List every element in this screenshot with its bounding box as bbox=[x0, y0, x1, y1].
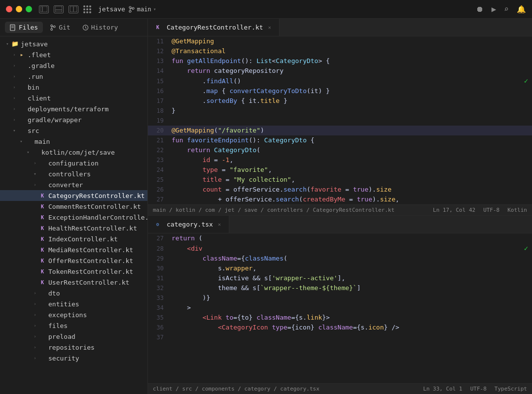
svg-point-7 bbox=[129, 10, 131, 12]
chevron-right-icon: › bbox=[11, 73, 18, 80]
tab-category-tsx[interactable]: ⚙ category.tsx ✕ bbox=[148, 216, 229, 233]
editor-area: K CategoryRestController.kt ✕ 11 @GetMap… bbox=[148, 19, 532, 394]
close-button[interactable] bbox=[6, 6, 12, 12]
branch-selector[interactable]: main ▾ bbox=[128, 6, 156, 13]
tree-item-files[interactable]: › files bbox=[0, 320, 147, 331]
folder-icon bbox=[38, 289, 46, 297]
folder-icon bbox=[25, 137, 33, 145]
tree-item-kotlin[interactable]: ▾ kotlin/com/jet/save bbox=[0, 147, 147, 158]
sidebar-tabs: Files Git History bbox=[0, 19, 147, 36]
tree-item-src[interactable]: ▾ src bbox=[0, 125, 147, 136]
record-icon[interactable]: ⏺ bbox=[476, 4, 484, 14]
tree-item-comment-rest-controller[interactable]: K CommentRestController.kt bbox=[0, 201, 147, 212]
tree-item-user-rest-controller[interactable]: K UserRestController.kt bbox=[0, 277, 147, 288]
code-line: 25 title = "My collection", bbox=[148, 175, 532, 185]
code-line: 12 @Transactional bbox=[148, 46, 532, 56]
tree-item-run[interactable]: › .run bbox=[0, 71, 147, 82]
folder-icon bbox=[18, 127, 26, 134]
tree-item-fleet[interactable]: › ▸ .fleet bbox=[0, 49, 147, 60]
code-table-1: 11 @GetMapping 12 @Transactional 13 bbox=[148, 36, 532, 204]
kotlin-file-icon: K bbox=[38, 278, 46, 286]
kotlin-file-icon: K bbox=[38, 246, 46, 254]
code-area-1[interactable]: 11 @GetMapping 12 @Transactional 13 bbox=[148, 36, 532, 204]
search-icon[interactable]: ⌕ bbox=[504, 4, 509, 14]
svg-point-15 bbox=[51, 28, 53, 30]
minimize-button[interactable] bbox=[16, 6, 22, 12]
code-line: 13 fun getAllEndpoint(): List<CategoryDt… bbox=[148, 56, 532, 66]
run-icon[interactable]: ▶ bbox=[492, 4, 497, 14]
notifications-icon[interactable]: 🔔 bbox=[517, 5, 526, 14]
tree-item-exception-handler[interactable]: K ExceptionHandlerControlle.kt bbox=[0, 212, 147, 223]
tree-item-exceptions[interactable]: › exceptions bbox=[0, 309, 147, 320]
chevron-right-icon: › bbox=[11, 105, 18, 112]
tree-item-bin[interactable]: › bin bbox=[0, 82, 147, 93]
chevron-right-icon: › bbox=[11, 95, 18, 101]
history-icon bbox=[82, 24, 89, 31]
tree-item-health-rest-controller[interactable]: K HealthRestController.kt bbox=[0, 223, 147, 233]
sidebar-tab-files[interactable]: Files bbox=[5, 22, 43, 33]
code-table-2: 27 return ( 28 <div ✓ 29 bbox=[148, 233, 532, 342]
maximize-button[interactable] bbox=[26, 6, 32, 12]
chevron-down-icon: ▾ bbox=[11, 127, 18, 134]
breadcrumb-2: client / src / components / category / c… bbox=[153, 386, 420, 392]
tree-item-security[interactable]: › security bbox=[0, 353, 147, 363]
tree-item-main[interactable]: ▾ main bbox=[0, 136, 147, 147]
kotlin-file-icon: K bbox=[38, 267, 46, 275]
tree-item-category-rest-controller[interactable]: K CategoryRestController.kt bbox=[0, 190, 147, 201]
kotlin-file-icon: K bbox=[38, 224, 46, 232]
tree-item-converter[interactable]: › converter bbox=[0, 179, 147, 190]
tree-item-index-controller[interactable]: K IndexController.kt bbox=[0, 233, 147, 244]
sidebar-tab-git[interactable]: Git bbox=[45, 22, 75, 33]
sidebar-toggle-icon[interactable] bbox=[39, 5, 49, 13]
tree-item-deployments[interactable]: › deployments/terraform bbox=[0, 103, 147, 114]
code-line: 27 + offerService.search(createdByMe = t… bbox=[148, 195, 532, 204]
folder-icon bbox=[38, 181, 46, 189]
status-right-2: Ln 33, Col 1 UTF-8 TypeScript bbox=[423, 386, 527, 392]
tree-item-gradle[interactable]: › .gradle bbox=[0, 60, 147, 71]
folder-icon bbox=[18, 116, 26, 124]
panel-toggle-icon[interactable] bbox=[54, 5, 64, 13]
code-line: 30 s.wrapper, bbox=[148, 263, 532, 273]
tree-item-repositories[interactable]: › repositories bbox=[0, 342, 147, 353]
code-scroll-1[interactable]: 11 @GetMapping 12 @Transactional 13 bbox=[148, 36, 532, 204]
tree-item-token-rest-controller[interactable]: K TokenRestController.kt bbox=[0, 266, 147, 277]
folder-icon bbox=[38, 354, 46, 362]
app-name: jetsave bbox=[98, 5, 125, 13]
sidebar-tab-history[interactable]: History bbox=[77, 22, 123, 33]
chevron-right-icon: › bbox=[32, 333, 38, 340]
code-area-2[interactable]: 27 return ( 28 <div ✓ 29 bbox=[148, 233, 532, 383]
tree-item-preload[interactable]: › preload bbox=[0, 331, 147, 342]
tab-close-button[interactable]: ✕ bbox=[266, 24, 273, 31]
tree-item-entities[interactable]: › entities bbox=[0, 298, 147, 309]
main-layout: Files Git History ▾ 📁 jetsave › ▸ .f bbox=[0, 19, 532, 394]
tab-category-rest-controller[interactable]: K CategoryRestController.kt ✕ bbox=[148, 19, 280, 36]
tree-item-client[interactable]: › client bbox=[0, 93, 147, 103]
code-scroll-2[interactable]: 27 return ( 28 <div ✓ 29 bbox=[148, 233, 532, 383]
tree-item-media-rest-controller[interactable]: K MediaRestController.kt bbox=[0, 244, 147, 255]
grid-icon[interactable] bbox=[83, 5, 91, 13]
tree-item-configuration[interactable]: › configuration bbox=[0, 158, 147, 168]
files-icon bbox=[10, 24, 16, 31]
editor-pane-2: ⚙ category.tsx ✕ 27 return ( bbox=[148, 216, 532, 394]
split-toggle-icon[interactable] bbox=[69, 5, 78, 13]
code-line: 32 theme && s[`wrapper--theme-${theme}`] bbox=[148, 283, 532, 293]
code-line: 14 return categoryRepository bbox=[148, 66, 532, 76]
code-line-highlighted: 20 @GetMapping("/favorite") bbox=[148, 126, 532, 135]
chevron-right-icon: › bbox=[32, 311, 38, 318]
code-line: 28 <div ✓ bbox=[148, 243, 532, 254]
tree-item-dto[interactable]: › dto bbox=[0, 288, 147, 298]
tree-root[interactable]: ▾ 📁 jetsave bbox=[0, 38, 147, 49]
code-line: 19 bbox=[148, 116, 532, 126]
titlebar-actions: ⏺ ▶ ⌕ 🔔 bbox=[476, 4, 526, 14]
chevron-down-icon: ▾ bbox=[32, 170, 38, 177]
tree-item-offer-rest-controller[interactable]: K OfferRestController.kt bbox=[0, 255, 147, 266]
folder-icon bbox=[38, 170, 46, 178]
folder-icon bbox=[32, 148, 39, 156]
chevron-right-icon: › bbox=[32, 181, 38, 188]
kotlin-file-icon: K bbox=[38, 257, 46, 264]
tree-item-gradle-wrapper[interactable]: › gradle/wrapper bbox=[0, 114, 147, 125]
code-line: 24 type = "favorite", bbox=[148, 165, 532, 175]
code-line: 17 .sortedBy { it.title } bbox=[148, 96, 532, 106]
tab-close-button-2[interactable]: ✕ bbox=[216, 221, 223, 228]
tree-item-controllers[interactable]: ▾ controllers bbox=[0, 168, 147, 179]
